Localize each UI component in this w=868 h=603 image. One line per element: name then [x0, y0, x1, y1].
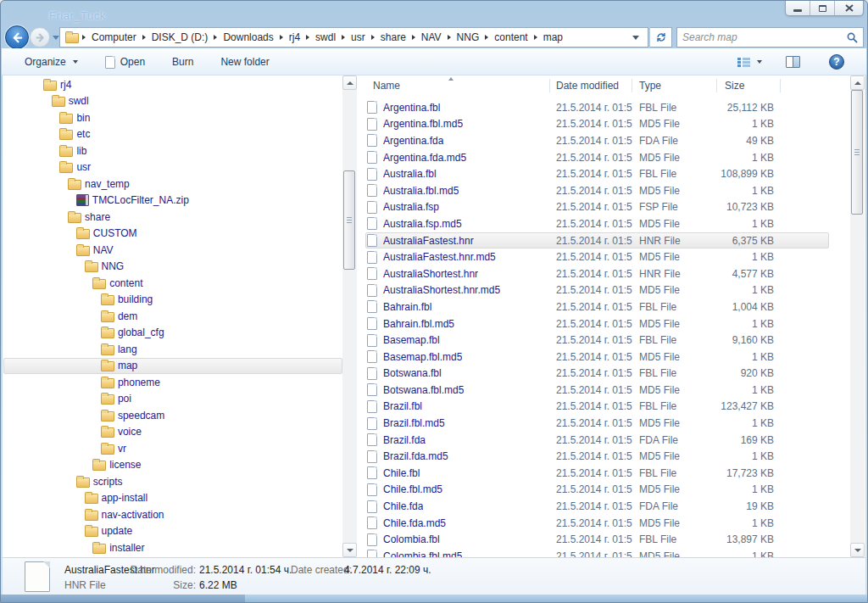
change-view-button[interactable]	[732, 53, 767, 71]
tree-item-poi[interactable]: poi	[3, 391, 358, 408]
file-row-colombia-fbl[interactable]: Colombia.fbl21.5.2014 г. 01:54 ч.FBL Fil…	[359, 531, 850, 548]
file-name-cell: Botswana.fbl.md5	[359, 383, 550, 396]
breadcrumb-item-swdl[interactable]: swdl	[311, 31, 340, 43]
column-header-name[interactable]: Name	[359, 75, 550, 96]
file-row-australia-fsp-md5[interactable]: Australia.fsp.md521.5.2014 г. 01:54 ч.MD…	[359, 215, 850, 232]
back-button[interactable]	[5, 25, 29, 49]
tree-item-scripts[interactable]: scripts	[3, 473, 358, 490]
breadcrumb-item-map[interactable]: map	[539, 31, 567, 43]
file-row-brazil-fbl[interactable]: Brazil.fbl21.5.2014 г. 01:54 ч.FBL File1…	[359, 399, 850, 416]
file-row-chile-fda-md5[interactable]: Chile.fda.md521.5.2014 г. 01:54 ч.MD5 Fi…	[359, 515, 850, 532]
organize-button[interactable]: Organize	[14, 53, 88, 71]
tree-item-nav[interactable]: NAV	[3, 242, 358, 259]
tree-item-global-cfg[interactable]: global_cfg	[3, 325, 358, 342]
tree-item-custom[interactable]: CUSTOM	[3, 226, 358, 243]
address-dropdown-icon[interactable]	[632, 36, 639, 40]
tree-scrollbar[interactable]	[342, 75, 357, 557]
tree-item-update[interactable]: update	[3, 523, 358, 540]
breadcrumb-item-usr[interactable]: usr	[347, 31, 370, 43]
tree-item-speedcam[interactable]: speedcam	[3, 407, 358, 424]
file-row-australiashortest-hnr-md5[interactable]: AustraliaShortest.hnr.md521.5.2014 г. 01…	[359, 282, 850, 299]
file-scroll-down-button[interactable]	[850, 543, 865, 557]
tree-item-usr[interactable]: usr	[3, 159, 358, 176]
tree-item-dem[interactable]: dem	[3, 308, 358, 325]
tree-scroll-down-button[interactable]	[342, 543, 357, 557]
breadcrumb-item-content[interactable]: content	[490, 31, 531, 43]
file-row-australia-fbl-md5[interactable]: Australia.fbl.md521.5.2014 г. 01:54 ч.MD…	[359, 182, 850, 199]
file-row-botswana-fbl[interactable]: Botswana.fbl21.5.2014 г. 01:54 ч.FBL Fil…	[359, 366, 850, 382]
tree-item-nng[interactable]: NNG	[3, 259, 358, 276]
file-scrollbar[interactable]	[850, 75, 865, 557]
tree-item-content[interactable]: content	[3, 275, 358, 292]
tree-item-bin[interactable]: bin	[3, 109, 358, 126]
breadcrumb-item-disk-d-d[interactable]: DISK_D (D:)	[147, 31, 213, 43]
help-button[interactable]: ?	[819, 51, 854, 73]
tree-item-map[interactable]: map	[3, 358, 358, 375]
file-row-bahrain-fbl[interactable]: Bahrain.fbl21.5.2014 г. 01:54 ч.FBL File…	[359, 299, 850, 315]
column-header-date-modified[interactable]: Date modified	[550, 75, 632, 96]
file-row-basemap-fbl-md5[interactable]: Basemap.fbl.md521.5.2014 г. 01:54 ч.MD5 …	[359, 349, 850, 366]
search-input[interactable]	[677, 28, 847, 47]
file-scrollbar-thumb[interactable]	[851, 90, 863, 215]
tree-item-installer[interactable]: installer	[3, 539, 358, 556]
breadcrumb-item-share[interactable]: share	[376, 31, 410, 43]
file-row-australiashortest-hnr[interactable]: AustraliaShortest.hnr21.5.2014 г. 01:54 …	[359, 265, 850, 282]
tree-item-phoneme[interactable]: phoneme	[3, 374, 358, 391]
file-row-argentina-fda[interactable]: Argentina.fda21.5.2014 г. 01:54 ч.FDA Fi…	[359, 132, 850, 149]
forward-button[interactable]	[30, 27, 50, 47]
file-row-brazil-fbl-md5[interactable]: Brazil.fbl.md521.5.2014 г. 01:54 ч.MD5 F…	[359, 415, 850, 432]
tree-item-nav-activation[interactable]: nav-activation	[3, 506, 358, 523]
file-row-australia-fbl[interactable]: Australia.fbl21.5.2014 г. 01:54 ч.FBL Fi…	[359, 165, 850, 182]
refresh-button[interactable]	[650, 27, 672, 47]
recent-pages-chevron-icon[interactable]	[53, 36, 59, 40]
address-bar[interactable]: ComputerDISK_D (D:)Downloadsrj4swdlusrsh…	[59, 27, 648, 47]
file-row-argentina-fda-md5[interactable]: Argentina.fda.md521.5.2014 г. 01:54 ч.MD…	[359, 149, 850, 166]
tree-item-app-install[interactable]: app-install	[3, 490, 358, 507]
file-row-argentina-fbl[interactable]: Argentina.fbl21.5.2014 г. 01:54 ч.FBL Fi…	[359, 99, 850, 116]
file-row-chile-fda[interactable]: Chile.fda21.5.2014 г. 01:54 ч.FDA File19…	[359, 498, 850, 515]
file-row-brazil-fda-md5[interactable]: Brazil.fda.md521.5.2014 г. 01:54 ч.MD5 F…	[359, 448, 850, 465]
tree-item-license[interactable]: license	[3, 457, 358, 474]
file-row-botswana-fbl-md5[interactable]: Botswana.fbl.md521.5.2014 г. 01:54 ч.MD5…	[359, 382, 850, 399]
close-button[interactable]	[835, 1, 863, 15]
tree-scroll-up-button[interactable]	[342, 75, 357, 90]
file-row-colombia-fbl-md5[interactable]: Colombia.fbl.md521.5.2014 г. 01:54 ч.MD5…	[359, 548, 850, 557]
breadcrumb-item-rj4[interactable]: rj4	[285, 31, 304, 43]
file-row-australiafastest-hnr[interactable]: AustraliaFastest.hnr21.5.2014 г. 01:54 ч…	[359, 232, 850, 249]
breadcrumb-item-nav[interactable]: NAV	[417, 31, 446, 43]
file-row-australia-fsp[interactable]: Australia.fsp21.5.2014 г. 01:54 ч.FSP Fi…	[359, 199, 850, 216]
tree-item-rj4[interactable]: rj4	[3, 76, 358, 93]
tree-item-etc[interactable]: etc	[3, 126, 358, 143]
tree-item-nav-temp[interactable]: nav_temp	[3, 176, 358, 193]
search-icon[interactable]	[847, 32, 858, 43]
minimize-button[interactable]	[786, 1, 810, 15]
new-folder-button[interactable]: New folder	[210, 53, 279, 71]
open-button[interactable]: Open	[95, 53, 155, 72]
file-row-bahrain-fbl-md5[interactable]: Bahrain.fbl.md521.5.2014 г. 01:54 ч.MD5 …	[359, 315, 850, 332]
tree-item-building[interactable]: building	[3, 292, 358, 309]
tree-scrollbar-thumb[interactable]	[343, 170, 355, 270]
tree-item-lang[interactable]: lang	[3, 341, 358, 358]
tree-item-tmclocfilter-na-zip[interactable]: TMCLocFilter_NA.zip	[3, 193, 358, 209]
breadcrumb-item-computer[interactable]: Computer	[87, 31, 141, 43]
tree-item-vr[interactable]: vr	[3, 440, 358, 457]
file-type: FBL File	[632, 168, 717, 180]
column-header-size[interactable]: Size	[717, 75, 781, 96]
preview-pane-button[interactable]	[776, 53, 810, 71]
file-row-argentina-fbl-md5[interactable]: Argentina.fbl.md521.5.2014 г. 01:54 ч.MD…	[359, 116, 850, 133]
tree-item-swdl[interactable]: swdl	[3, 93, 358, 110]
file-row-basemap-fbl[interactable]: Basemap.fbl21.5.2014 г. 01:54 ч.FBL File…	[359, 332, 850, 349]
file-row-chile-fbl[interactable]: Chile.fbl21.5.2014 г. 01:54 ч.FBL File17…	[359, 465, 850, 482]
restore-button[interactable]	[810, 1, 835, 15]
breadcrumb-item-downloads[interactable]: Downloads	[219, 31, 277, 43]
tree-item-share[interactable]: share	[3, 209, 358, 226]
tree-item-voice[interactable]: voice	[3, 424, 358, 441]
file-scroll-up-button[interactable]	[850, 75, 865, 90]
file-row-chile-fbl-md5[interactable]: Chile.fbl.md521.5.2014 г. 01:54 ч.MD5 Fi…	[359, 482, 850, 499]
file-row-australiafastest-hnr-md5[interactable]: AustraliaFastest.hnr.md521.5.2014 г. 01:…	[359, 248, 850, 265]
tree-item-lib[interactable]: lib	[3, 142, 358, 159]
file-row-brazil-fda[interactable]: Brazil.fda21.5.2014 г. 01:54 ч.FDA File1…	[359, 432, 850, 449]
column-header-type[interactable]: Type	[632, 75, 717, 96]
burn-button[interactable]: Burn	[162, 53, 203, 71]
breadcrumb-item-nng[interactable]: NNG	[453, 31, 484, 43]
